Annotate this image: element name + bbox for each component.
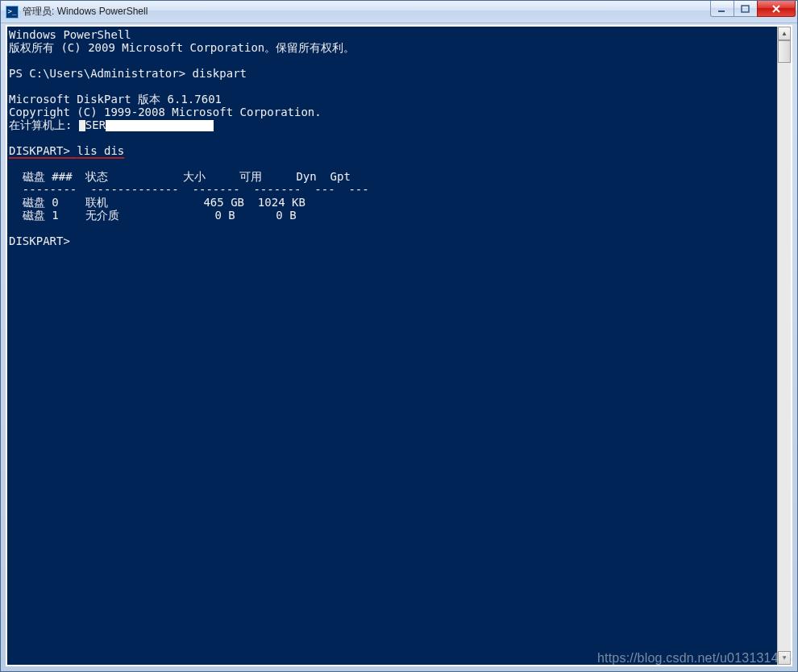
svg-rect-1 <box>742 6 749 12</box>
window-controls <box>711 1 796 17</box>
table-divider: -------- ------------- ------- ------- -… <box>9 183 369 196</box>
output-line: Microsoft DiskPart 版本 6.1.7601 <box>9 93 222 106</box>
minimize-icon <box>717 5 727 13</box>
scroll-track[interactable] <box>778 40 791 651</box>
close-button[interactable] <box>757 1 796 17</box>
table-header: 磁盘 ### 状态 大小 可用 Dyn Gpt <box>9 170 351 183</box>
table-row: 磁盘 1 无介质 0 B 0 B <box>9 209 297 222</box>
window-title: 管理员: Windows PowerShell <box>23 5 148 19</box>
diskpart-prompt: DISKPART> <box>9 234 70 247</box>
output-line: 在计算机上: <box>9 118 79 131</box>
maximize-icon <box>741 5 750 13</box>
cursor-block <box>79 120 85 131</box>
powershell-icon-glyph: >_ <box>8 8 17 15</box>
prompt-command: lis dis <box>77 144 124 157</box>
minimize-button[interactable] <box>710 1 734 17</box>
powershell-icon: >_ <box>6 6 19 19</box>
close-icon <box>771 5 781 13</box>
vertical-scrollbar[interactable]: ▲ ▼ <box>777 27 791 665</box>
table-row: 磁盘 0 联机 465 GB 1024 KB <box>9 196 305 209</box>
console-output[interactable]: Windows PowerShell 版权所有 (C) 2009 Microso… <box>7 27 777 665</box>
output-line: PS C:\Users\Administrator> diskpart <box>9 67 247 80</box>
powershell-window: >_ 管理员: Windows PowerShell Windows Power… <box>0 0 798 672</box>
maximize-button[interactable] <box>734 1 758 17</box>
titlebar[interactable]: >_ 管理员: Windows PowerShell <box>1 1 797 23</box>
svg-rect-0 <box>718 10 725 12</box>
console-frame: Windows PowerShell 版权所有 (C) 2009 Microso… <box>6 25 792 666</box>
output-line: Windows PowerShell <box>9 28 131 41</box>
output-line: 版权所有 (C) 2009 Microsoft Corporation。保留所有… <box>9 41 355 54</box>
prompt-prefix: DISKPART> <box>9 144 77 157</box>
scroll-thumb[interactable] <box>778 40 791 63</box>
diskpart-prompt: DISKPART> lis dis <box>9 144 124 157</box>
output-text: SER <box>85 118 106 131</box>
scroll-up-button[interactable]: ▲ <box>778 27 791 40</box>
scroll-down-button[interactable]: ▼ <box>778 651 791 665</box>
redacted-block <box>106 120 214 131</box>
output-line: Copyright (C) 1999-2008 Microsoft Corpor… <box>9 106 322 118</box>
